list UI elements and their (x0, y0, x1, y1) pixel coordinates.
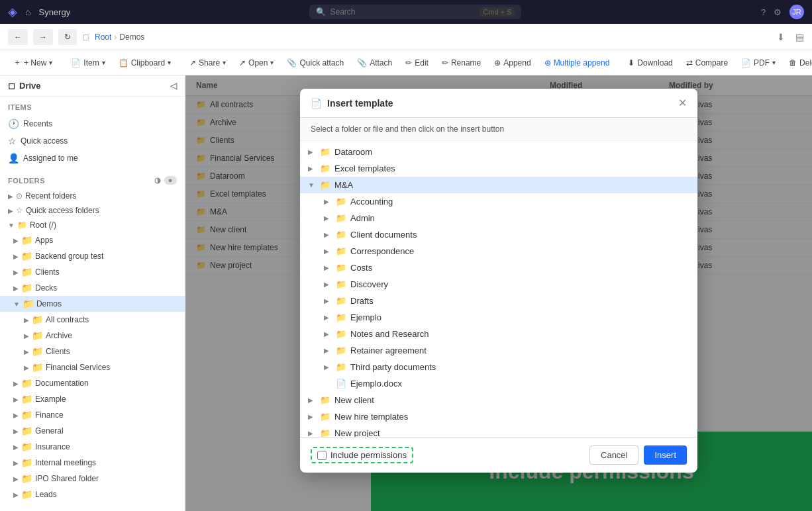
append-button[interactable]: ⊕ Append (489, 56, 536, 70)
avatar[interactable]: JR (789, 5, 804, 19)
modal-body: ▶ 📁 Dataroom ▶ 📁 Excel templates ▼ 📁 M&A… (300, 141, 697, 437)
sidebar-item-ipo-shared[interactable]: ▶ 📁 IPO Shared folder (0, 471, 185, 487)
sidebar-item-all-contracts[interactable]: ▶ 📁 All contracts (0, 312, 185, 328)
sidebar-item-assigned[interactable]: 👤 Assigned to me (0, 150, 185, 167)
pdf-button[interactable]: 📄 PDF ▾ (736, 56, 781, 70)
sidebar-item-apps[interactable]: ▶ 📁 Apps (0, 232, 185, 248)
folder-icon: 📁 (21, 489, 32, 500)
modal-folder-item[interactable]: ▶ 📁 Ejemplo (300, 309, 697, 326)
modal-folder-item[interactable]: ▶ 📁 Correspondence (300, 243, 697, 259)
modal-folder-item[interactable]: ▶ 📁 Third party documents (300, 359, 697, 375)
rename-button[interactable]: ✏ Rename (436, 56, 486, 70)
rename-icon: ✏ (442, 58, 448, 68)
sidebar-item-documentation[interactable]: ▶ 📁 Documentation (0, 375, 185, 391)
new-chevron: ▾ (49, 59, 52, 66)
help-icon[interactable]: ? (761, 7, 766, 17)
folder-toggle[interactable]: ◑ (154, 176, 162, 185)
download-icon[interactable]: ⬇ (777, 32, 785, 42)
insert-button[interactable]: Insert (644, 445, 687, 465)
breadcrumb-demos[interactable]: Demos (119, 32, 144, 42)
tree-chevron: ▶ (324, 330, 332, 338)
sidebar-item-archive[interactable]: ▶ 📁 Archive (0, 328, 185, 344)
folder-icon: 📁 (32, 314, 43, 325)
new-button[interactable]: ＋ + New ▾ (8, 54, 58, 71)
modal-file-item[interactable]: 📄 Ejemplo.docx (300, 375, 697, 392)
multiple-append-button[interactable]: ⊕ Multiple append (539, 56, 615, 70)
modal-folder-item[interactable]: ▶ 📁 Costs (300, 259, 697, 276)
item-button[interactable]: 📄 Item ▾ (66, 56, 110, 70)
compare-button[interactable]: ⇄ Compare (681, 56, 733, 70)
modal-folder-item[interactable]: ▶ 📁 New project (300, 425, 697, 437)
delete-button[interactable]: 🗑 Delete (784, 56, 812, 70)
topbar-actions: ? ⚙ JR (761, 5, 804, 19)
sidebar-item-general[interactable]: ▶ 📁 General (0, 423, 185, 439)
sidebar-item-clients[interactable]: ▶ 📁 Clients (0, 264, 185, 280)
sidebar-item-insurance[interactable]: ▶ 📁 Insurance (0, 439, 185, 455)
clipboard-button[interactable]: 📋 Clipboard ▾ (113, 56, 176, 70)
root-folder-icon: 📁 (17, 220, 27, 230)
breadcrumb-sep: › (114, 32, 117, 42)
quick-attach-button[interactable]: 📎 Quick attach (281, 56, 349, 70)
recent-folders-icon: ⊙ (16, 191, 23, 201)
modal-folder-item[interactable]: ▶ 📁 Retainer agreement (300, 342, 697, 359)
modal-close-button[interactable]: ✕ (678, 97, 687, 109)
share-button[interactable]: ↗ Share ▾ (184, 56, 231, 70)
sidebar-collapse-icon[interactable]: ◁ (170, 81, 177, 91)
tree-item-label: Admin (350, 213, 375, 223)
tree-item-label: New hire templates (334, 412, 408, 422)
open-button[interactable]: ↗ Open ▾ (234, 56, 279, 70)
forward-button[interactable]: → (33, 29, 53, 45)
folder-icon: 📁 (32, 346, 43, 357)
tree-item-label: Accounting (350, 197, 393, 207)
modal-folder-item[interactable]: ▶ 📁 Client documents (300, 226, 697, 243)
sidebar-item-decks[interactable]: ▶ 📁 Decks (0, 280, 185, 296)
panel-icon[interactable]: ▤ (795, 32, 804, 42)
include-permissions-checkbox[interactable] (317, 451, 327, 460)
back-button[interactable]: ← (8, 29, 28, 45)
search-bar[interactable]: 🔍 Cmd + S (309, 5, 521, 19)
modal-folder-item[interactable]: ▶ 📁 Excel templates (300, 160, 697, 177)
modal-folder-item[interactable]: ▶ 📁 Drafts (300, 293, 697, 309)
search-input[interactable] (330, 7, 476, 17)
items-section: Items 🕐 Recents ☆ Quick access 👤 Assigne… (0, 97, 185, 169)
sidebar-item-clients-sub[interactable]: ▶ 📁 Clients (0, 344, 185, 359)
multiple-append-icon: ⊕ (544, 58, 551, 68)
sidebar-item-quick-access[interactable]: ☆ Quick access (0, 132, 185, 150)
refresh-button[interactable]: ↻ (58, 29, 77, 45)
modal-folder-item[interactable]: ▶ 📁 Dataroom (300, 144, 697, 160)
tree-chevron: ▶ (308, 148, 316, 156)
breadcrumb-root[interactable]: Root (95, 32, 111, 42)
modal-folder-item[interactable]: ▶ 📁 Accounting (300, 193, 697, 210)
settings-icon[interactable]: ⚙ (774, 7, 782, 17)
modal-folder-item[interactable]: ▶ 📁 Admin (300, 210, 697, 226)
modal-folder-item[interactable]: ▶ 📁 Notes and Research (300, 326, 697, 342)
cancel-button[interactable]: Cancel (589, 445, 638, 465)
tree-chevron: ▶ (308, 413, 316, 420)
tree-item-label: Dataroom (334, 147, 372, 157)
tree-chevron: ▶ (324, 281, 332, 288)
download-button[interactable]: ⬇ Download (623, 56, 678, 70)
sidebar-item-leads[interactable]: ▶ 📁 Leads (0, 487, 185, 502)
sidebar-item-demos[interactable]: ▼ 📁 Demos (0, 296, 185, 312)
tree-item-label: Discovery (350, 279, 388, 289)
sidebar-item-financial-services[interactable]: ▶ 📁 Financial Services (0, 359, 185, 375)
app-title: Synergy (38, 7, 70, 17)
tree-chevron: ▶ (324, 347, 332, 354)
root-item[interactable]: ▼ 📁 Root (/) (0, 218, 185, 232)
modal-folder-item[interactable]: ▶ 📁 New client (300, 392, 697, 408)
edit-button[interactable]: ✏ Edit (400, 56, 434, 70)
sidebar-item-finance[interactable]: ▶ 📁 Finance (0, 407, 185, 423)
attach-button[interactable]: 📎 Attach (352, 56, 397, 70)
sidebar-item-backend-group-test[interactable]: ▶ 📁 Backend group test (0, 248, 185, 264)
folder-switch[interactable]: ● (164, 176, 177, 185)
sidebar-item-recents[interactable]: 🕐 Recents (0, 115, 185, 132)
sidebar-item-internal-meetings[interactable]: ▶ 📁 Internal meetings (0, 455, 185, 471)
modal-folder-item[interactable]: ▶ 📁 New hire templates (300, 408, 697, 425)
modal-folder-item[interactable]: ▶ 📁 Discovery (300, 276, 697, 293)
quick-access-folders-item[interactable]: ▶ ☆ Quick access folders (0, 203, 185, 218)
tree-chevron: ▼ (308, 181, 316, 189)
sidebar-item-example[interactable]: ▶ 📁 Example (0, 391, 185, 407)
modal-folder-item[interactable]: ▼ 📁 M&A (300, 177, 697, 193)
recent-folders-item[interactable]: ▶ ⊙ Recent folders (0, 189, 185, 203)
pdf-icon: 📄 (741, 58, 751, 68)
